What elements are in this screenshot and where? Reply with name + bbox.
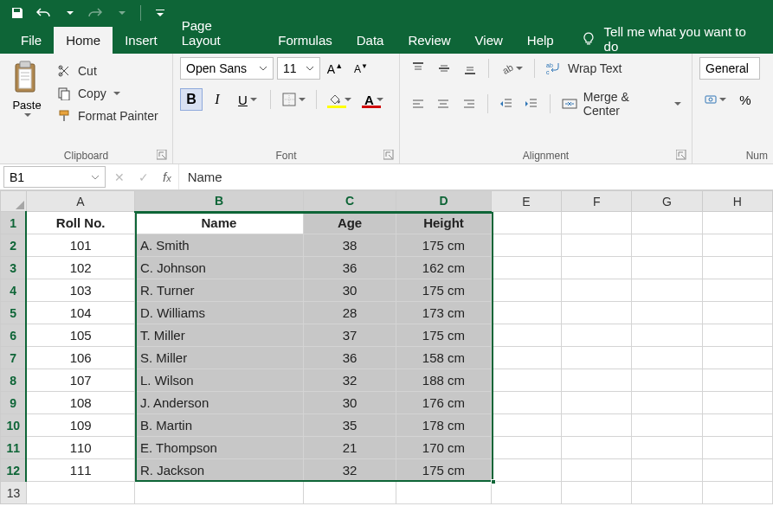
cell[interactable] (491, 347, 561, 369)
cell[interactable] (562, 414, 632, 437)
cell[interactable] (702, 234, 772, 257)
cell[interactable] (632, 392, 702, 414)
increase-indent-button[interactable] (521, 93, 544, 115)
cell[interactable]: 102 (26, 257, 134, 279)
cell[interactable] (26, 482, 134, 504)
spreadsheet-grid[interactable]: A B C D E F G H 1 Roll No. Name Age Heig… (0, 190, 773, 504)
italic-button[interactable]: I (206, 88, 229, 111)
orientation-button[interactable]: ab (496, 57, 527, 80)
cell[interactable] (562, 279, 632, 302)
undo-dropdown[interactable] (59, 3, 80, 23)
save-button[interactable] (7, 3, 28, 23)
cell[interactable] (702, 347, 772, 369)
tab-home[interactable]: Home (54, 27, 113, 54)
cell[interactable]: 104 (26, 302, 134, 324)
cell[interactable]: C. Johnson (135, 257, 304, 279)
cell[interactable] (632, 459, 702, 482)
row-header[interactable]: 10 (1, 414, 27, 437)
cell[interactable] (632, 324, 702, 347)
cell[interactable] (632, 482, 702, 504)
clipboard-launcher[interactable] (157, 150, 167, 160)
cell[interactable] (562, 369, 632, 392)
cell[interactable] (702, 482, 772, 504)
align-top-button[interactable] (407, 57, 429, 80)
row-header[interactable]: 9 (1, 392, 27, 414)
row-header[interactable]: 6 (1, 324, 27, 347)
cell[interactable] (702, 392, 772, 414)
font-launcher[interactable] (383, 150, 394, 160)
cell[interactable]: 175 cm (396, 459, 491, 482)
cell[interactable] (491, 437, 561, 459)
cell[interactable]: 108 (26, 392, 134, 414)
col-header-a[interactable]: A (26, 191, 134, 212)
cancel-formula-button[interactable]: ✕ (114, 170, 125, 184)
tab-view[interactable]: View (463, 27, 515, 54)
font-name-select[interactable]: Open Sans (180, 57, 274, 80)
cell[interactable]: R. Jackson (135, 459, 304, 482)
cell[interactable]: B. Martin (135, 414, 304, 437)
font-color-button[interactable]: A (358, 88, 390, 111)
cell[interactable] (632, 279, 702, 302)
decrease-indent-button[interactable] (495, 93, 518, 115)
merge-center-button[interactable]: Merge & Center (557, 88, 685, 119)
cell[interactable]: 32 (303, 459, 396, 482)
decrease-font-button[interactable]: A▼ (350, 57, 372, 80)
cell[interactable] (632, 347, 702, 369)
tab-file[interactable]: File (9, 27, 54, 54)
row-header[interactable]: 5 (1, 302, 27, 324)
copy-button[interactable]: Copy (52, 83, 162, 104)
fill-color-button[interactable] (324, 88, 355, 111)
row-header[interactable]: 11 (1, 437, 27, 459)
cell[interactable]: E. Thompson (135, 437, 304, 459)
cell[interactable]: J. Anderson (135, 392, 304, 414)
col-header-g[interactable]: G (632, 191, 702, 212)
cell[interactable]: 109 (26, 414, 134, 437)
cell[interactable] (491, 234, 561, 257)
cell[interactable]: 107 (26, 369, 134, 392)
cell[interactable] (491, 279, 561, 302)
cell[interactable]: Roll No. (26, 212, 134, 234)
tab-insert[interactable]: Insert (113, 27, 170, 54)
cell[interactable]: 105 (26, 324, 134, 347)
cell[interactable]: Age (303, 212, 396, 234)
col-header-c[interactable]: C (303, 191, 396, 212)
cell[interactable]: 178 cm (396, 414, 491, 437)
bold-button[interactable]: B (180, 88, 203, 111)
fill-handle[interactable] (491, 479, 496, 484)
cell[interactable] (396, 482, 491, 504)
cell[interactable]: 110 (26, 437, 134, 459)
cell[interactable]: 173 cm (396, 302, 491, 324)
cell[interactable] (562, 437, 632, 459)
align-bottom-button[interactable] (459, 57, 481, 80)
align-right-button[interactable] (458, 93, 480, 115)
cell[interactable] (702, 369, 772, 392)
cell[interactable] (562, 459, 632, 482)
cell[interactable] (562, 392, 632, 414)
row-header[interactable]: 1 (1, 212, 27, 234)
cell[interactable]: Height (396, 212, 491, 234)
underline-button[interactable]: U (232, 88, 263, 111)
cell[interactable]: R. Turner (135, 279, 304, 302)
cell[interactable]: 175 cm (396, 324, 491, 347)
cell[interactable]: L. Wilson (135, 369, 304, 392)
tab-formulas[interactable]: Formulas (266, 27, 345, 54)
row-header[interactable]: 2 (1, 234, 27, 257)
cell[interactable] (702, 437, 772, 459)
align-left-button[interactable] (407, 93, 429, 115)
cell[interactable] (632, 212, 702, 234)
cell[interactable] (491, 459, 561, 482)
cell[interactable]: 162 cm (396, 257, 491, 279)
format-painter-button[interactable]: Format Painter (52, 106, 162, 126)
cell[interactable] (562, 302, 632, 324)
cell[interactable] (702, 257, 772, 279)
row-header[interactable]: 8 (1, 369, 27, 392)
undo-button[interactable] (33, 3, 54, 23)
number-format-select[interactable]: General (699, 57, 760, 80)
cell[interactable]: D. Williams (135, 302, 304, 324)
cell[interactable]: 176 cm (396, 392, 491, 414)
cell[interactable]: 36 (303, 347, 396, 369)
cell[interactable] (491, 392, 561, 414)
name-box[interactable]: B1 (3, 166, 106, 188)
cell[interactable] (702, 212, 772, 234)
cell[interactable]: 188 cm (396, 369, 491, 392)
